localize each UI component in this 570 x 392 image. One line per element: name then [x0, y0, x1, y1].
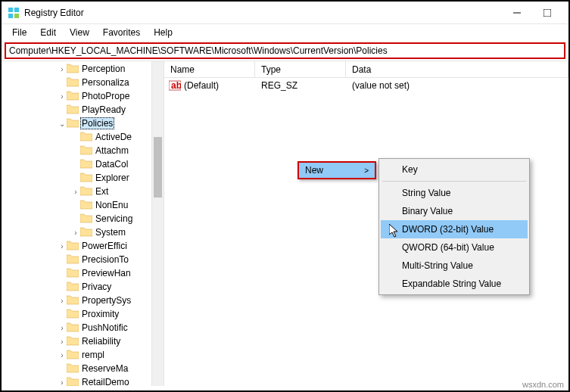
tree-item-label: Policies [80, 117, 114, 129]
chevron-right-icon[interactable]: › [58, 297, 67, 305]
menu-edit[interactable]: Edit [34, 26, 62, 39]
chevron-down-icon[interactable]: ⌄ [58, 120, 67, 128]
folder-icon [67, 376, 80, 387]
folder-icon [80, 145, 94, 157]
tree-item[interactable]: ›RetailDemo [2, 375, 164, 386]
folder-icon [67, 335, 80, 348]
col-header-type[interactable]: Type [255, 61, 346, 77]
tree-item-label: PushNotific [80, 322, 129, 333]
tree-item[interactable]: ⌄Policies [2, 117, 164, 130]
chevron-right-icon: > [364, 166, 369, 175]
tree-item[interactable]: Personaliza [2, 76, 164, 89]
tree-item[interactable]: ActiveDe [2, 130, 164, 144]
list-header: Name Type Data [164, 61, 568, 78]
folder-icon [67, 322, 80, 334]
folder-icon [67, 117, 80, 130]
context-menu-new-items: Key String Value Binary Value DWORD (32-… [378, 158, 530, 295]
menu-favorites[interactable]: Favorites [97, 26, 146, 39]
tree-item-label: PhotoPrope [80, 91, 131, 101]
tree-scrollbar[interactable] [151, 61, 164, 386]
folder-icon [67, 76, 80, 89]
list-row[interactable]: ab (Default) REG_SZ (value not set) [164, 78, 568, 93]
tree-item[interactable]: Privacy [2, 280, 164, 294]
tree-item[interactable]: ›Perception [2, 62, 164, 76]
ctx-item-expandable[interactable]: Expandable String Value [381, 275, 528, 293]
folder-icon [80, 131, 94, 144]
col-header-name[interactable]: Name [164, 61, 255, 77]
tree-item[interactable]: NonEnu [2, 198, 164, 212]
menu-help[interactable]: Help [148, 26, 179, 39]
tree-item[interactable]: ›PowerEffici [2, 239, 164, 253]
tree-item[interactable]: ›Ext [2, 185, 164, 198]
row-data: (value not set) [346, 80, 568, 91]
tree-item[interactable]: ›PropertySys [2, 294, 164, 307]
tree-pane[interactable]: ›PerceptionPersonaliza›PhotoPropePlayRea… [2, 61, 164, 386]
chevron-right-icon[interactable]: › [58, 324, 67, 332]
chevron-right-icon[interactable]: › [58, 351, 67, 359]
menu-bar: File Edit View Favorites Help [2, 24, 568, 41]
menu-view[interactable]: View [64, 26, 95, 39]
ctx-item-multistring[interactable]: Multi-String Value [381, 257, 528, 275]
folder-icon [67, 267, 80, 280]
folder-icon [67, 281, 80, 294]
tree-item[interactable]: ›System [2, 226, 164, 239]
tree-item-label: rempl [80, 350, 106, 360]
menu-file[interactable]: File [6, 26, 33, 39]
tree-item-label: PowerEffici [80, 241, 129, 251]
col-header-data[interactable]: Data [346, 61, 568, 77]
tree-item-label: Privacy [80, 282, 113, 292]
chevron-right-icon[interactable]: › [58, 338, 67, 346]
title-bar: Registry Editor [2, 2, 568, 24]
folder-icon [80, 226, 94, 239]
svg-text:ab: ab [171, 80, 181, 91]
tree-item-label: Proximity [80, 309, 120, 319]
tree-item[interactable]: ›PhotoPrope [2, 89, 164, 103]
ctx-new-label: New [305, 165, 323, 176]
tree-scroll-thumb[interactable] [154, 137, 162, 198]
ctx-item-qword[interactable]: QWORD (64-bit) Value [381, 238, 528, 257]
tree-item-label: Servicing [94, 213, 134, 224]
folder-icon [80, 185, 94, 198]
minimize-button[interactable] [502, 2, 532, 23]
tree-item[interactable]: Proximity [2, 307, 164, 321]
tree-item-label: Ext [94, 186, 110, 197]
regedit-icon [8, 7, 20, 19]
folder-icon [80, 158, 94, 171]
tree-item-label: System [94, 227, 127, 238]
tree-item[interactable]: Attachm [2, 144, 164, 157]
tree-item[interactable]: ReserveMa [2, 362, 164, 375]
chevron-right-icon[interactable]: › [71, 188, 80, 196]
folder-icon [67, 254, 80, 266]
tree-item[interactable]: ›rempl [2, 348, 164, 362]
tree-item-label: ActiveDe [94, 132, 133, 142]
address-bar[interactable]: Computer\HKEY_LOCAL_MACHINE\SOFTWARE\Mic… [5, 42, 565, 59]
ctx-item-dword[interactable]: DWORD (32-bit) Value [381, 220, 528, 238]
chevron-right-icon[interactable]: › [58, 242, 67, 250]
chevron-right-icon[interactable]: › [71, 229, 80, 237]
tree-item[interactable]: ›PushNotific [2, 321, 164, 334]
ctx-item-string[interactable]: String Value [381, 184, 528, 202]
tree-item[interactable]: PlayReady [2, 103, 164, 117]
folder-icon [80, 172, 94, 185]
tree-item[interactable]: Explorer [2, 171, 164, 185]
context-submenu-new[interactable]: New > [297, 161, 376, 179]
chevron-right-icon[interactable]: › [58, 378, 67, 387]
folder-icon [67, 308, 80, 321]
tree-item-label: RetailDemo [80, 377, 131, 386]
chevron-right-icon[interactable]: › [58, 65, 67, 73]
tree-item[interactable]: PreviewHan [2, 266, 164, 280]
folder-icon [67, 294, 80, 307]
tree-item[interactable]: DataCol [2, 157, 164, 171]
tree-item[interactable]: Servicing [2, 212, 164, 226]
chevron-right-icon[interactable]: › [58, 92, 67, 101]
tree-item-label: Reliability [80, 336, 122, 347]
tree-item[interactable]: PrecisionTo [2, 253, 164, 266]
tree-item[interactable]: ›Reliability [2, 334, 164, 348]
svg-rect-2 [8, 14, 13, 18]
maximize-button[interactable] [532, 2, 562, 23]
row-name: (Default) [184, 80, 219, 91]
tree-item-label: PlayReady [80, 104, 127, 115]
ctx-item-binary[interactable]: Binary Value [381, 202, 528, 220]
ctx-item-key[interactable]: Key [381, 160, 528, 179]
ctx-separator [382, 181, 526, 182]
